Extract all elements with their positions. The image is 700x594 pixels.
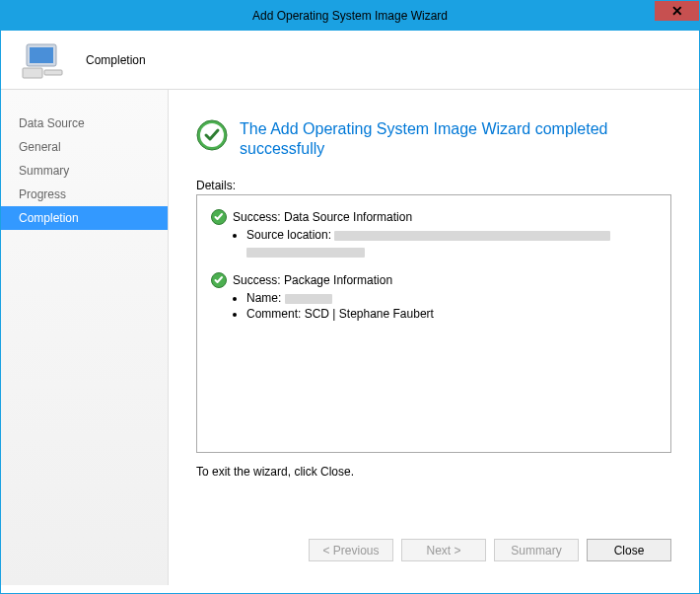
header-title: Completion — [86, 53, 146, 67]
close-button[interactable]: Close — [587, 539, 671, 561]
details-label: Details: — [196, 179, 671, 192]
sidebar: Data Source General Summary Progress Com… — [1, 90, 169, 585]
redacted-value: x — [285, 294, 332, 304]
svg-rect-1 — [30, 47, 53, 63]
svg-rect-2 — [23, 68, 42, 78]
next-button: Next > — [401, 539, 486, 561]
content-pane: The Add Operating System Image Wizard co… — [169, 90, 699, 585]
wizard-header: Completion — [1, 31, 699, 90]
titlebar: Add Operating System Image Wizard ✕ — [1, 1, 699, 31]
button-row: < Previous Next > Summary Close — [196, 527, 671, 575]
close-icon: ✕ — [671, 3, 683, 19]
summary-button: Summary — [494, 539, 579, 561]
sidebar-item-general[interactable]: General — [1, 135, 168, 159]
sidebar-item-progress[interactable]: Progress — [1, 183, 168, 206]
item-label: Comment: — [246, 307, 301, 321]
detail-section-data-source: Success: Data Source Information Source … — [211, 209, 657, 259]
window-title: Add Operating System Image Wizard — [252, 9, 448, 23]
success-icon — [211, 272, 227, 288]
success-title: The Add Operating System Image Wizard co… — [240, 119, 671, 159]
section-title: Success: Data Source Information — [233, 210, 412, 224]
window-close-button[interactable]: ✕ — [655, 1, 699, 21]
detail-section-package: Success: Package Information Name: x Com… — [211, 272, 657, 322]
exit-instruction: To exit the wizard, click Close. — [196, 465, 671, 479]
redacted-value: x — [334, 231, 610, 241]
success-icon — [211, 209, 227, 225]
redacted-value: x — [246, 248, 365, 258]
details-box: Success: Data Source Information Source … — [196, 194, 671, 453]
item-label: Name: — [246, 291, 281, 305]
success-header: The Add Operating System Image Wizard co… — [196, 119, 671, 159]
section-title: Success: Package Information — [233, 273, 392, 287]
sidebar-item-completion[interactable]: Completion — [1, 206, 168, 230]
sidebar-item-data-source[interactable]: Data Source — [1, 111, 168, 135]
item-value: SCD | Stephane Faubert — [305, 307, 434, 321]
list-item: Name: x — [246, 290, 657, 306]
svg-rect-3 — [44, 70, 62, 75]
wizard-body: Data Source General Summary Progress Com… — [1, 90, 699, 585]
item-label: Source location: — [246, 228, 331, 242]
list-item: Comment: SCD | Stephane Faubert — [246, 306, 657, 322]
sidebar-item-summary[interactable]: Summary — [1, 159, 168, 183]
list-item: Source location: x x — [246, 227, 657, 259]
success-icon — [196, 119, 228, 151]
previous-button: < Previous — [309, 539, 393, 561]
computer-icon — [21, 40, 68, 80]
